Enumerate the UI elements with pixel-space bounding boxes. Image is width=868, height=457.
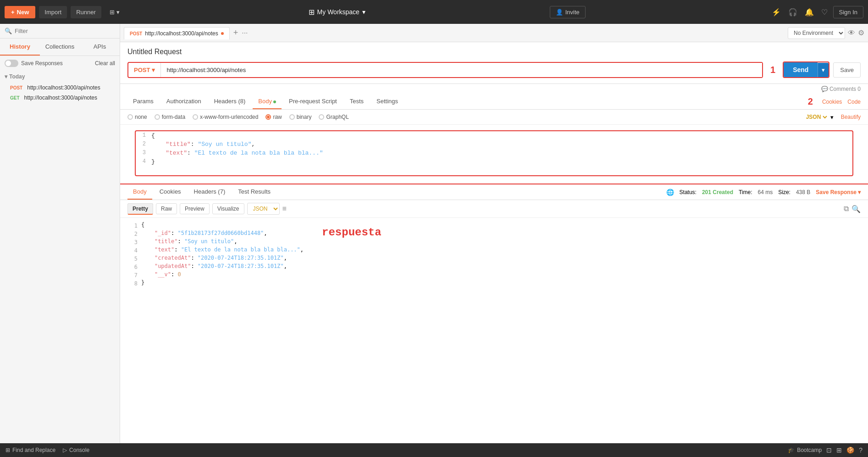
filter-input[interactable] <box>15 28 115 34</box>
format-visualize-button[interactable]: Visualize <box>212 203 244 214</box>
format-icon-button[interactable]: ≡ <box>282 205 287 213</box>
resp-tab-test-results[interactable]: Test Results <box>232 184 276 200</box>
radio-form-data[interactable]: form-data <box>155 114 185 120</box>
runner-button[interactable]: Runner <box>71 6 101 18</box>
sidebar-tab-collections[interactable]: Collections <box>40 39 80 56</box>
tab-headers[interactable]: Headers (8) <box>209 94 251 109</box>
radio-none[interactable]: none <box>127 114 147 120</box>
tab-authorization[interactable]: Authorization <box>161 94 207 109</box>
radio-binary[interactable]: binary <box>289 114 312 120</box>
size-label: Size: <box>778 189 791 195</box>
sign-in-button[interactable]: Sign In <box>833 6 863 18</box>
status-label: Status: <box>680 189 697 195</box>
beautify-button[interactable]: Beautify <box>841 114 861 120</box>
radio-urlencoded[interactable]: x-www-form-urlencoded <box>193 114 258 120</box>
method-chevron-icon: ▾ <box>152 67 155 73</box>
resp-tab-body[interactable]: Body <box>127 184 152 200</box>
import-button[interactable]: Import <box>39 6 67 18</box>
environment-select[interactable]: No Environment <box>788 27 845 39</box>
sidebar-tab-history[interactable]: History <box>0 39 40 56</box>
format-preview-button[interactable]: Preview <box>180 203 210 214</box>
sidebar: 🔍 History Collections APIs Save Response… <box>0 24 120 443</box>
invite-button[interactable]: 👤 Invite <box>550 6 586 18</box>
env-eye-button[interactable]: 👁 <box>848 29 855 37</box>
format-pretty-button[interactable]: Pretty <box>127 203 153 215</box>
response-format-select[interactable]: JSON <box>247 203 280 215</box>
tab-params[interactable]: Params <box>127 94 159 109</box>
response-right-icons: ⧉ 🔍 <box>844 205 861 213</box>
request-area: Untitled Request POST ▾ 1 Send ▾ Save <box>120 42 868 84</box>
radio-graphql[interactable]: GraphQL <box>319 114 348 120</box>
history-today-section: ▾ Today POST http://localhost:3000/api/n… <box>0 71 120 106</box>
copy-response-button[interactable]: ⧉ <box>844 205 849 213</box>
resp-tab-headers[interactable]: Headers (7) <box>188 184 231 200</box>
radio-raw-circle <box>265 114 271 120</box>
env-select-area: No Environment 👁 ⚙ <box>788 27 864 39</box>
url-input[interactable] <box>161 63 762 77</box>
format-raw-button[interactable]: Raw <box>156 203 177 214</box>
code-link[interactable]: Code <box>847 99 861 105</box>
list-item[interactable]: POST http://localhost:3000/api/notes <box>5 83 115 93</box>
new-button[interactable]: + New <box>5 6 35 18</box>
panel-icon-button[interactable]: ⊞ <box>836 446 842 454</box>
bottombar: ⊞ Find and Replace ▷ Console 🎓 Bootcamp … <box>0 443 868 457</box>
send-dropdown-button[interactable]: ▾ <box>818 63 829 77</box>
send-button[interactable]: Send <box>784 62 818 77</box>
code-line: 3 "text": "El texto de la nota bla bla b… <box>136 149 852 157</box>
radio-form-data-circle <box>155 114 160 120</box>
radio-graphql-circle <box>319 114 324 120</box>
send-area: Send ▾ <box>783 61 829 78</box>
history-url: http://localhost:3000/api/notes <box>27 84 100 91</box>
lightning-icon[interactable]: ⚡ <box>770 6 783 18</box>
radio-raw[interactable]: raw <box>265 114 282 120</box>
headphone-icon[interactable]: 🎧 <box>786 6 799 18</box>
bottombar-right: 🎓 Bootcamp ⊡ ⊞ 🍪 ? <box>788 446 862 454</box>
save-responses-switch[interactable] <box>5 60 18 67</box>
sidebar-actions: Save Responses Clear all <box>0 56 120 71</box>
cookies-link[interactable]: Cookies <box>822 99 842 105</box>
bootcamp-button[interactable]: 🎓 Bootcamp <box>788 447 822 453</box>
bell-icon[interactable]: 🔔 <box>803 6 816 18</box>
console-button[interactable]: ▷ Console <box>63 447 89 453</box>
layout-button[interactable]: ⊞ ▾ <box>105 6 124 18</box>
comments-count: 0 <box>857 86 861 92</box>
tab-body[interactable]: Body <box>253 94 282 109</box>
save-response-button[interactable]: Save Response ▾ <box>816 189 861 195</box>
method-select[interactable]: POST ▾ <box>128 63 161 77</box>
workspace-button[interactable]: ⊞ My Workspace ▾ <box>309 8 365 17</box>
save-button[interactable]: Save <box>833 62 861 78</box>
json-select-area: JSON ▾ <box>804 113 834 121</box>
body-code-editor[interactable]: 1 { 2 "title": "Soy un titulo", 3 "text"… <box>135 130 853 176</box>
list-item[interactable]: GET http://localhost:3000/api/notes <box>5 93 115 103</box>
more-tabs-button[interactable]: ··· <box>242 29 248 37</box>
response-area: Body Cookies Headers (7) Test Results 🌐 … <box>120 184 868 443</box>
main-layout: 🔍 History Collections APIs Save Response… <box>0 24 868 443</box>
content-area: POST http://localhost:3000/api/notes + ·… <box>120 24 868 443</box>
sidebar-tabs: History Collections APIs <box>0 39 120 56</box>
json-format-select[interactable]: JSON <box>804 113 829 121</box>
env-settings-button[interactable]: ⚙ <box>858 28 864 37</box>
request-tab[interactable]: POST http://localhost:3000/api/notes <box>124 27 230 39</box>
add-tab-button[interactable]: + <box>232 28 240 38</box>
code-line: 5 "createdAt": "2020-07-24T18:27:35.101Z… <box>127 255 304 263</box>
find-replace-button[interactable]: ⊞ Find and Replace <box>6 447 55 453</box>
response-meta: 🌐 Status: 201 Created Time: 64 ms Size: … <box>666 189 861 196</box>
sidebar-tab-apis[interactable]: APIs <box>80 39 120 56</box>
tab-prerequest[interactable]: Pre-request Script <box>283 94 343 109</box>
response-code-inner: 1 { 2 "_id": "5f1b28173f27dd0660bd1448",… <box>127 222 861 288</box>
search-response-button[interactable]: 🔍 <box>851 205 861 213</box>
help-icon-button[interactable]: ? <box>859 446 862 454</box>
tab-settings[interactable]: Settings <box>371 94 404 109</box>
history-url: http://localhost:3000/api/notes <box>24 95 97 101</box>
clear-all-button[interactable]: Clear all <box>95 60 115 67</box>
collapse-icon[interactable]: ▾ <box>5 73 7 80</box>
heart-icon[interactable]: ♡ <box>819 6 829 18</box>
status-code: 201 Created <box>702 189 733 195</box>
tab-tests[interactable]: Tests <box>344 94 369 109</box>
layout-icon-button[interactable]: ⊡ <box>826 446 832 454</box>
cookie-icon-button[interactable]: 🍪 <box>846 446 854 454</box>
workspace-label: My Workspace <box>317 8 359 16</box>
body-dot <box>273 100 276 103</box>
time-val: 64 ms <box>758 189 773 195</box>
resp-tab-cookies[interactable]: Cookies <box>154 184 187 200</box>
